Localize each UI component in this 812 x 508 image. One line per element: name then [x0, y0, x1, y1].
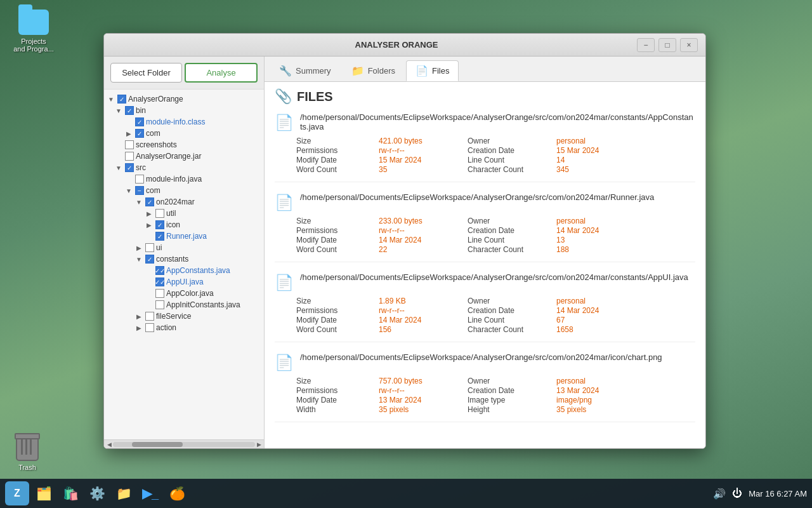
tree-label-on2024mar: on2024mar — [156, 197, 195, 206]
mdate-value-3: 13 Mar 2024 — [379, 396, 468, 404]
size-value-2: 1.89 KB — [379, 297, 468, 305]
checkbox-icon[interactable] — [155, 220, 164, 229]
checkbox-AppColor-java[interactable] — [155, 289, 164, 298]
close-button[interactable]: × — [680, 38, 698, 52]
width-value-3: 35 pixels — [379, 405, 468, 414]
checkbox-constants[interactable] — [145, 255, 154, 264]
tree-item-fileService[interactable]: ▶ fileService — [104, 311, 264, 322]
taskbar-store-icon[interactable]: 🛍️ — [58, 481, 82, 505]
expand-icon-fileService[interactable]: ▶ — [134, 312, 143, 321]
expand-icon-bin[interactable]: ▼ — [114, 106, 123, 115]
tree-item-AppConstants-java[interactable]: ✓ AppConstants.java — [104, 265, 264, 276]
taskbar-datetime: Mar 16 6:27 AM — [749, 489, 807, 498]
checkbox-analyserOrange[interactable] — [117, 95, 126, 104]
scroll-track[interactable] — [113, 442, 255, 447]
checkbox-fileService[interactable] — [145, 312, 154, 321]
files-header-title: FILES — [297, 90, 333, 104]
volume-icon[interactable]: 🔊 — [713, 488, 726, 500]
expand-placeholder-appconstants — [145, 266, 154, 275]
tree-item-ui[interactable]: ▶ ui — [104, 242, 264, 253]
minimize-button[interactable]: − — [637, 38, 655, 52]
file-icon-1: 📄 — [275, 194, 294, 211]
taskbar-filemanager-icon[interactable]: 📁 — [112, 481, 136, 505]
expand-icon-com-bin[interactable]: ▶ — [124, 129, 133, 138]
tree-item-AppUI-java[interactable]: ✓ AppUI.java — [104, 276, 264, 288]
analyse-button[interactable]: Analyse — [185, 63, 258, 83]
tree-label-com-bin: com — [146, 129, 160, 138]
checkbox-com-src[interactable] — [135, 186, 144, 195]
expand-icon-util[interactable]: ▶ — [145, 209, 154, 218]
tree-item-src[interactable]: ▼ src — [104, 162, 264, 173]
summery-tab-icon: 🔧 — [279, 65, 292, 77]
checkbox-on2024mar[interactable] — [145, 197, 154, 206]
taskbar-files-icon[interactable]: 🗂️ — [32, 481, 56, 505]
desktop-icon-projects[interactable]: Projectsand Progra... — [11, 10, 56, 53]
expand-icon-icon[interactable]: ▶ — [145, 220, 154, 229]
checkbox-runner-java[interactable] — [155, 232, 164, 241]
tree-item-constants[interactable]: ▼ constants — [104, 253, 264, 265]
checkbox-util[interactable] — [155, 209, 164, 218]
select-folder-button[interactable]: Select Folder — [110, 63, 182, 83]
taskbar-zorin-icon[interactable]: Z — [5, 481, 29, 505]
tree-label-AppUI-java: AppUI.java — [166, 277, 204, 286]
expand-icon[interactable]: ▼ — [107, 95, 115, 104]
checkbox-screenshots[interactable] — [125, 140, 134, 149]
expand-icon-action[interactable]: ▶ — [134, 323, 143, 332]
checkbox-module-info-class[interactable] — [135, 117, 144, 126]
power-icon[interactable]: ⏻ — [732, 488, 742, 499]
file-tree[interactable]: ▼ AnalyserOrange ▼ bin module-i — [104, 90, 264, 439]
scroll-left-arrow[interactable]: ◀ — [105, 441, 113, 448]
tree-item-screenshots[interactable]: screenshots — [104, 139, 264, 150]
tab-files[interactable]: 📄 Files — [406, 60, 459, 81]
perm-label-0: Permissions — [296, 146, 379, 155]
tree-item-bin[interactable]: ▼ bin — [104, 105, 264, 116]
tree-item-analyserOrange[interactable]: ▼ AnalyserOrange — [104, 93, 264, 105]
expand-icon-src[interactable]: ▼ — [114, 163, 123, 172]
tree-item-analyserOrange-jar[interactable]: AnalyserOrange.jar — [104, 150, 264, 162]
checkbox-com-bin[interactable] — [135, 129, 144, 138]
tree-item-on2024mar[interactable]: ▼ on2024mar — [104, 196, 264, 208]
trash-icon[interactable]: Trash — [16, 437, 39, 471]
expand-placeholder — [124, 117, 133, 126]
checkbox-AppUI-java[interactable]: ✓ — [155, 277, 164, 286]
checkbox-action[interactable] — [145, 323, 154, 332]
taskbar-settings-icon[interactable]: ⚙️ — [85, 481, 109, 505]
lcount-label-0: Line Count — [468, 156, 556, 164]
tree-item-AppColor-java[interactable]: AppColor.java — [104, 288, 264, 299]
tree-item-com-src[interactable]: ▼ com — [104, 185, 264, 196]
tree-label-util: util — [166, 209, 176, 218]
tree-item-icon[interactable]: ▶ icon — [104, 219, 264, 231]
scroll-right-arrow[interactable]: ▶ — [255, 441, 263, 448]
tree-item-module-info-java[interactable]: module-info.java — [104, 173, 264, 185]
expand-icon-ui[interactable]: ▶ — [134, 243, 143, 252]
mdate-value-0: 15 Mar 2024 — [379, 156, 468, 164]
checkbox-module-info-java[interactable] — [135, 175, 144, 184]
taskbar-orange-icon[interactable]: 🍊 — [165, 481, 189, 505]
scroll-thumb[interactable] — [132, 442, 183, 447]
tree-item-com-bin[interactable]: ▶ com — [104, 128, 264, 139]
width-label-3: Width — [296, 405, 379, 414]
checkbox-src[interactable] — [125, 163, 134, 172]
expand-icon-com-src[interactable]: ▼ — [124, 186, 133, 195]
checkbox-ui[interactable] — [145, 243, 154, 252]
tab-folders[interactable]: 📁 Folders — [342, 60, 405, 81]
tree-item-AppInitConstants-java[interactable]: AppInitConstants.java — [104, 299, 264, 311]
taskbar-terminal-icon[interactable]: ▶_ — [138, 481, 162, 505]
expand-icon-constants[interactable]: ▼ — [134, 255, 143, 264]
tree-item-util[interactable]: ▶ util — [104, 208, 264, 219]
tab-summery[interactable]: 🔧 Summery — [270, 60, 341, 81]
tree-item-action[interactable]: ▶ action — [104, 322, 264, 333]
maximize-button[interactable]: □ — [658, 38, 676, 52]
trash-body-icon — [16, 437, 39, 461]
horizontal-scrollbar[interactable]: ◀ ▶ — [104, 439, 264, 448]
tree-item-module-info-class[interactable]: module-info.class — [104, 116, 264, 128]
file-details-grid-1: Size 233.00 bytes Owner personal Permiss… — [275, 217, 695, 254]
checkbox-AppConstants-java[interactable]: ✓ — [155, 266, 164, 275]
tree-item-runner-java[interactable]: Runner.java — [104, 231, 264, 242]
checkbox-bin[interactable] — [125, 106, 134, 115]
expand-icon-on2024mar[interactable]: ▼ — [134, 197, 143, 206]
window-controls: − □ × — [637, 38, 698, 52]
checkbox-AppInitConstants-java[interactable] — [155, 300, 164, 309]
tree-label-module-info-java: module-info.java — [146, 175, 202, 184]
checkbox-analyserOrange-jar[interactable] — [125, 152, 134, 161]
